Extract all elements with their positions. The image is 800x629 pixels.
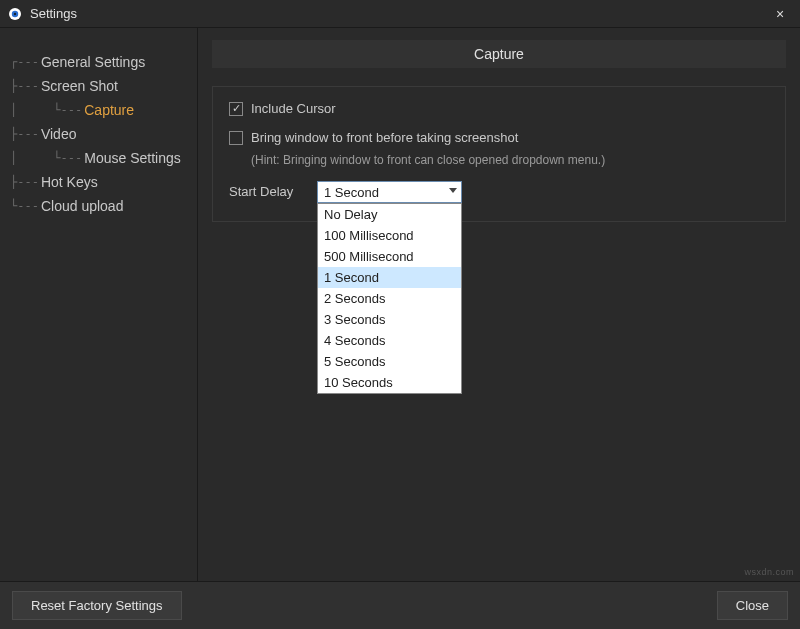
include-cursor-label: Include Cursor bbox=[251, 101, 336, 116]
sidebar-item-label: Hot Keys bbox=[41, 174, 98, 190]
sidebar-item-label: General Settings bbox=[41, 54, 145, 70]
start-delay-select-wrap: 1 Second No Delay 100 Millisecond 500 Mi… bbox=[317, 181, 462, 203]
tree-branch-icon: ├--- bbox=[10, 79, 39, 93]
tree-branch-icon: ├--- bbox=[10, 175, 39, 189]
include-cursor-checkbox[interactable] bbox=[229, 102, 243, 116]
delay-option-no-delay[interactable]: No Delay bbox=[318, 204, 461, 225]
panel-body: Include Cursor Bring window to front bef… bbox=[212, 86, 786, 222]
include-cursor-row: Include Cursor bbox=[229, 101, 769, 116]
bring-to-front-label: Bring window to front before taking scre… bbox=[251, 130, 518, 145]
delay-option-4s[interactable]: 4 Seconds bbox=[318, 330, 461, 351]
sidebar: ┌--- General Settings ├--- Screen Shot │… bbox=[0, 28, 198, 581]
reset-factory-button[interactable]: Reset Factory Settings bbox=[12, 591, 182, 620]
start-delay-dropdown: No Delay 100 Millisecond 500 Millisecond… bbox=[317, 203, 462, 394]
tree-branch-icon: ┌--- bbox=[10, 55, 39, 69]
delay-option-3s[interactable]: 3 Seconds bbox=[318, 309, 461, 330]
sidebar-item-label: Mouse Settings bbox=[84, 150, 181, 166]
tree-branch-icon: │ └--- bbox=[10, 151, 82, 165]
tree-branch-icon: ├--- bbox=[10, 127, 39, 141]
svg-point-2 bbox=[14, 12, 16, 14]
start-delay-value: 1 Second bbox=[324, 185, 379, 200]
chevron-down-icon bbox=[449, 188, 457, 193]
sidebar-item-cloud-upload[interactable]: └--- Cloud upload bbox=[10, 194, 197, 218]
tree-branch-icon: └--- bbox=[10, 199, 39, 213]
delay-option-2s[interactable]: 2 Seconds bbox=[318, 288, 461, 309]
titlebar: Settings × bbox=[0, 0, 800, 28]
content: ┌--- General Settings ├--- Screen Shot │… bbox=[0, 28, 800, 581]
close-button[interactable]: Close bbox=[717, 591, 788, 620]
sidebar-item-label: Cloud upload bbox=[41, 198, 124, 214]
bring-to-front-hint: (Hint: Bringing window to front can clos… bbox=[251, 153, 769, 167]
delay-option-5s[interactable]: 5 Seconds bbox=[318, 351, 461, 372]
delay-option-10s[interactable]: 10 Seconds bbox=[318, 372, 461, 393]
sidebar-item-hot-keys[interactable]: ├--- Hot Keys bbox=[10, 170, 197, 194]
bring-to-front-checkbox[interactable] bbox=[229, 131, 243, 145]
window-title: Settings bbox=[30, 6, 768, 21]
bring-to-front-row: Bring window to front before taking scre… bbox=[229, 130, 769, 145]
tree-branch-icon: │ └--- bbox=[10, 103, 82, 117]
sidebar-item-label: Screen Shot bbox=[41, 78, 118, 94]
delay-option-500ms[interactable]: 500 Millisecond bbox=[318, 246, 461, 267]
sidebar-item-mouse-settings[interactable]: │ └--- Mouse Settings bbox=[10, 146, 197, 170]
app-icon bbox=[8, 7, 22, 21]
sidebar-item-label: Video bbox=[41, 126, 77, 142]
start-delay-select[interactable]: 1 Second bbox=[317, 181, 462, 203]
close-icon[interactable]: × bbox=[768, 6, 792, 22]
sidebar-item-general-settings[interactable]: ┌--- General Settings bbox=[10, 50, 197, 74]
sidebar-item-screen-shot[interactable]: ├--- Screen Shot bbox=[10, 74, 197, 98]
watermark: wsxdn.com bbox=[744, 567, 794, 577]
panel-title: Capture bbox=[212, 40, 786, 68]
sidebar-item-label: Capture bbox=[84, 102, 134, 118]
delay-option-1s[interactable]: 1 Second bbox=[318, 267, 461, 288]
sidebar-item-capture[interactable]: │ └--- Capture bbox=[10, 98, 197, 122]
main-panel: Capture Include Cursor Bring window to f… bbox=[198, 28, 800, 581]
sidebar-item-video[interactable]: ├--- Video bbox=[10, 122, 197, 146]
start-delay-row: Start Delay 1 Second No Delay 100 Millis… bbox=[229, 181, 769, 203]
start-delay-label: Start Delay bbox=[229, 181, 317, 199]
footer: Reset Factory Settings Close bbox=[0, 581, 800, 629]
delay-option-100ms[interactable]: 100 Millisecond bbox=[318, 225, 461, 246]
